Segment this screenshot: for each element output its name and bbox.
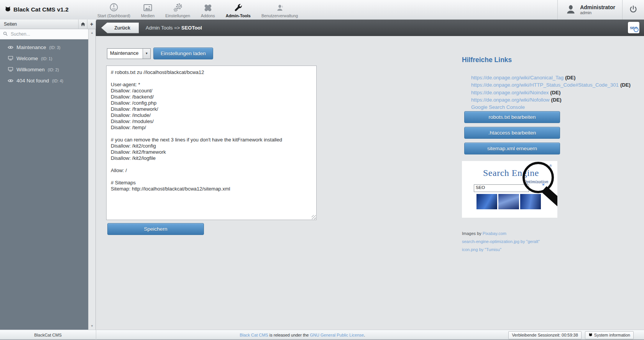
pages-sidebar: Seiten + Maintena xyxy=(0,20,96,330)
page-list: Maintenance (ID: 3) Welcome (ID: 1) xyxy=(0,39,88,330)
resize-handle[interactable] xyxy=(312,215,316,219)
user-menu[interactable]: Administrator admin xyxy=(557,0,622,20)
home-icon[interactable] xyxy=(78,20,87,29)
gpl-license-link[interactable]: GNU General Public License xyxy=(310,333,364,337)
thumbnail-image xyxy=(520,194,541,209)
scroll-up-icon[interactable]: ▲ xyxy=(89,31,95,34)
license-note: Black Cat CMS is released under the GNU … xyxy=(96,333,508,337)
edit-htaccess-button[interactable]: .htaccess bearbeiten xyxy=(464,127,560,139)
help-link-row: https://de.onpage.org/wiki/Nofollow(DE) xyxy=(471,96,562,103)
footer-brand: BlackCat CMS xyxy=(0,330,96,340)
search-icon xyxy=(3,31,8,38)
sidebar-titlebar: Seiten + xyxy=(0,20,96,29)
breadcrumb-bar: Zurück Admin Tools => SEOTool SEO xyxy=(96,20,644,36)
footer: BlackCat CMS Black Cat CMS is released u… xyxy=(0,330,644,340)
seo-actions: robots.txt bearbeiten .htaccess bearbeit… xyxy=(464,111,562,154)
monitor-icon xyxy=(8,66,13,73)
addons-puzzle-icon xyxy=(203,2,213,13)
link-nofollow[interactable]: https://de.onpage.org/wiki/Nofollow xyxy=(471,97,550,103)
save-button[interactable]: Speichern xyxy=(107,223,204,235)
eye-icon xyxy=(8,77,13,84)
page-item-willkommen[interactable]: Willkommen (ID: 2) xyxy=(0,64,88,75)
app-logo: Black Cat CMS v1.2 xyxy=(5,5,69,13)
template-select[interactable]: Maintenance ▼ xyxy=(107,48,151,59)
user-login: admin xyxy=(580,10,615,15)
user-name: Administrator xyxy=(580,4,615,10)
nav-item-admin-tools[interactable]: Admin-Tools xyxy=(220,0,256,20)
add-page-button[interactable]: + xyxy=(87,20,96,29)
help-panel: Hilfreiche Links https://de.onpage.org/w… xyxy=(462,56,562,255)
seo-searchbox-graphic: SEO xyxy=(474,184,529,192)
credit-geralt-link[interactable]: search-engine-optimization.jpg by "geral… xyxy=(462,239,540,244)
avatar xyxy=(565,3,577,17)
help-link-row: https://de.onpage.org/wiki/Canonical_Tag… xyxy=(471,74,562,81)
magnifier-icon xyxy=(634,27,639,32)
image-credits: Images by Pixabay.com search-engine-opti… xyxy=(462,231,562,252)
sparkle-icon: ✳ xyxy=(542,182,545,187)
seotool-logo-icon: SEO xyxy=(628,22,639,33)
thumbnail-image xyxy=(498,194,519,209)
help-link-row: https://de.onpage.org/wiki/HTTP_Status_C… xyxy=(471,81,562,89)
dashboard-icon xyxy=(109,2,119,13)
app-window: Black Cat CMS v1.2 Start (Dashboard) Med… xyxy=(0,0,644,340)
robots-txt-textarea[interactable]: # robots.txt zu //localhost/blackcat/bcw… xyxy=(106,66,317,220)
logout-button[interactable] xyxy=(622,0,644,20)
credit-tumisu-link[interactable]: icon.png by "Tumisu" xyxy=(462,247,501,252)
page-item-maintenance[interactable]: Maintenance (ID: 3) xyxy=(0,42,88,53)
black-cat-logo-icon xyxy=(5,5,11,13)
chevron-down-icon[interactable]: ▼ xyxy=(143,49,150,59)
template-toolbar: Maintenance ▼ Einstellungen laden xyxy=(107,48,213,59)
edit-robots-button[interactable]: robots.txt bearbeiten xyxy=(464,111,560,123)
media-icon xyxy=(143,2,153,13)
session-timer: Verbleibende Sessionzeit: 00:59:38 xyxy=(508,331,581,339)
sidebar-title: Seiten xyxy=(0,21,78,27)
user-area: Administrator admin xyxy=(557,0,644,20)
page-item-welcome[interactable]: Welcome (ID: 1) xyxy=(0,53,88,64)
system-information-button[interactable]: System information xyxy=(585,331,634,339)
credit-pixabay-link[interactable]: Pixabay.com xyxy=(483,231,506,236)
link-noindex[interactable]: https://de.onpage.org/wiki/Noindex xyxy=(471,90,549,95)
magnifier-handle-icon xyxy=(541,186,557,208)
breadcrumb-current: SEOTool xyxy=(181,25,202,31)
link-google-search-console[interactable]: Google Search Console xyxy=(471,104,525,110)
nav-item-dashboard[interactable]: Start (Dashboard) xyxy=(92,0,136,20)
blackcat-cms-link[interactable]: Black Cat CMS xyxy=(240,333,268,337)
thumbnail-image xyxy=(476,194,497,209)
nav-item-settings[interactable]: Einstellungen xyxy=(160,0,196,20)
main-content: Maintenance ▼ Einstellungen laden # robo… xyxy=(96,36,644,330)
black-cat-logo-icon xyxy=(588,332,593,338)
app-title: Black Cat CMS v1.2 xyxy=(13,6,69,13)
help-panel-title: Hilfreiche Links xyxy=(462,56,562,64)
sidebar-search xyxy=(0,29,88,39)
back-button[interactable]: Zurück xyxy=(101,23,139,33)
link-canonical-tag[interactable]: https://de.onpage.org/wiki/Canonical_Tag xyxy=(471,75,564,80)
monitor-icon xyxy=(8,55,13,62)
scroll-down-icon[interactable]: ▼ xyxy=(89,324,95,328)
nav-item-addons[interactable]: Addons xyxy=(196,0,220,20)
robots-editor: # robots.txt zu //localhost/blackcat/bcw… xyxy=(106,66,317,220)
top-header: Black Cat CMS v1.2 Start (Dashboard) Med… xyxy=(0,0,644,20)
template-select-value: Maintenance xyxy=(107,49,143,59)
search-input[interactable] xyxy=(10,31,85,37)
help-links: https://de.onpage.org/wiki/Canonical_Tag… xyxy=(471,74,562,111)
eye-icon xyxy=(8,44,13,51)
nav-item-media[interactable]: Medien xyxy=(136,0,160,20)
power-icon xyxy=(629,5,638,15)
seo-illustration: Search Engine Optimization ® SEO ✳ xyxy=(462,161,557,218)
main-nav: Start (Dashboard) Medien Einstellungen A… xyxy=(92,0,303,20)
load-settings-button[interactable]: Einstellungen laden xyxy=(153,48,213,59)
renew-sitemap-button[interactable]: sitemap.xml erneuern xyxy=(464,143,560,154)
settings-gears-icon xyxy=(173,2,183,13)
breadcrumb: Admin Tools => SEOTool xyxy=(146,25,202,31)
user-management-icon xyxy=(275,2,284,13)
sidebar-scrollbar[interactable]: ▲ ▼ xyxy=(88,29,96,330)
admin-tools-wrench-icon xyxy=(233,2,243,13)
page-item-404[interactable]: 404 Not found (ID: 4) xyxy=(0,75,88,86)
link-http-status-code[interactable]: https://de.onpage.org/wiki/HTTP_Status_C… xyxy=(471,82,619,88)
nav-item-user-management[interactable]: Benutzerverwaltung xyxy=(256,0,303,20)
help-link-row: https://de.onpage.org/wiki/Noindex(DE) xyxy=(471,89,562,96)
help-link-row: Google Search Console xyxy=(471,103,562,111)
